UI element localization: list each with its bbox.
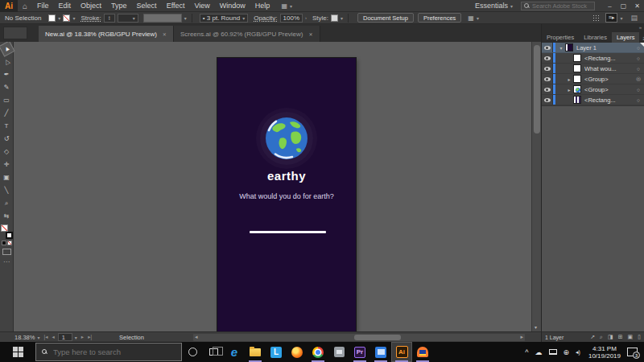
free-transform-tool[interactable]: ✛ <box>1 158 13 171</box>
volume-icon[interactable]: ◂) <box>572 349 584 356</box>
document-tab-screens[interactable]: Screens.ai @ 60.92% (RGB/GPU Preview) ✕ <box>174 26 320 42</box>
visibility-toggle[interactable] <box>542 64 553 73</box>
layer-name[interactable]: <Group> <box>584 76 633 83</box>
curvature-tool[interactable]: ✎ <box>1 81 13 93</box>
layer-row-layer1[interactable]: ▾ Layer 1 ○ <box>542 43 644 53</box>
canvas-pasteboard[interactable]: earthy What would you do for earth? <box>14 42 531 331</box>
restore-button[interactable]: ▢ <box>617 0 630 12</box>
vertical-scrollbar-thumb[interactable] <box>534 45 540 134</box>
touch-workspace-icon[interactable] <box>592 14 599 21</box>
layer-thumbnail[interactable] <box>573 54 581 62</box>
menu-help[interactable]: Help <box>250 2 275 10</box>
rectangle-tool[interactable]: ▭ <box>1 94 13 106</box>
artboard-tool[interactable]: ▣ <box>1 171 13 183</box>
layer-thumbnail[interactable] <box>573 64 581 72</box>
horizontal-scrollbar-thumb[interactable] <box>354 335 401 340</box>
layer-thumbnail[interactable] <box>573 85 581 93</box>
document-tab-new[interactable]: New.ai @ 18.38% (RGB/GPU Preview) ✕ <box>39 26 174 42</box>
chevron-down-icon[interactable]: ▾ <box>75 335 77 340</box>
stock-search-input[interactable] <box>532 2 592 10</box>
menu-object[interactable]: Object <box>76 2 106 10</box>
shape-builder-tool[interactable]: ◇ <box>1 146 13 158</box>
layer-thumbnail[interactable] <box>573 96 581 104</box>
panel-menu-icon[interactable]: ≡ <box>639 35 644 43</box>
menu-file[interactable]: File <box>32 2 54 10</box>
expand-toggle-icon[interactable]: ▸ <box>565 76 573 82</box>
pen-tool[interactable]: ✒ <box>1 68 13 80</box>
layer-name[interactable]: <Rectang... <box>584 97 633 104</box>
list-view-icon[interactable]: ▤ <box>630 14 638 22</box>
visibility-toggle[interactable] <box>542 95 553 105</box>
target-circle-icon[interactable]: ○ <box>633 87 644 93</box>
adobe-stock-search[interactable] <box>521 2 595 10</box>
previous-artboard-button[interactable]: ◂ <box>52 334 54 340</box>
last-artboard-button[interactable]: ▸| <box>88 334 92 340</box>
pencil-tool[interactable]: ╲ <box>1 184 13 196</box>
taskbar-l-app[interactable]: L <box>266 342 287 362</box>
vertical-scrollbar[interactable]: ▾ <box>531 42 541 331</box>
close-tab-icon[interactable]: ✕ <box>309 31 313 37</box>
taskbar-media-app[interactable] <box>412 342 433 362</box>
rotate-tool[interactable]: ↺ <box>1 133 13 145</box>
layer-thumbnail[interactable] <box>573 75 581 83</box>
first-artboard-button[interactable]: |◂ <box>43 334 47 340</box>
target-circle-icon[interactable]: ○ <box>633 97 644 103</box>
taskbar-edge[interactable]: e <box>224 342 245 362</box>
target-circle-icon[interactable]: ○ <box>633 66 644 72</box>
start-button[interactable] <box>0 342 35 362</box>
style-swatch[interactable] <box>331 14 338 22</box>
taskbar-premiere[interactable]: Pr <box>349 342 370 362</box>
taskbar-illustrator[interactable]: Ai <box>391 342 412 362</box>
opacity-label[interactable]: Opacity: <box>254 14 277 22</box>
layer-name[interactable]: What wou... <box>584 65 633 72</box>
stroke-swatch[interactable] <box>63 14 70 22</box>
chevron-down-icon[interactable]: ▾ <box>58 15 60 21</box>
new-layer-icon[interactable]: ▣ <box>628 334 634 340</box>
chevron-down-icon[interactable]: ▾ <box>72 15 75 21</box>
visibility-toggle[interactable] <box>542 43 553 52</box>
visibility-toggle[interactable] <box>542 53 553 63</box>
expand-toggle-icon[interactable]: ▾ <box>557 45 565 51</box>
arrange-documents-icon[interactable]: ▦▾ <box>281 2 292 10</box>
layer-name[interactable]: Layer 1 <box>576 44 633 51</box>
workspace-selector[interactable]: Essentials▾ <box>475 2 513 10</box>
menu-effect[interactable]: Effect <box>162 2 190 10</box>
windows-search-box[interactable] <box>35 343 182 361</box>
brush-definition-dropdown[interactable]: • 3 pt. Round ▾ <box>200 14 248 23</box>
close-button[interactable]: ✕ <box>630 0 644 12</box>
locate-object-icon[interactable]: ⌕ <box>600 334 603 340</box>
layer-row-group2[interactable]: ▸ <Group> ○ <box>542 84 644 95</box>
tray-expand-icon[interactable]: ^ <box>522 348 531 356</box>
type-tool[interactable]: T <box>1 120 13 132</box>
target-circle-icon[interactable]: ○ <box>633 56 644 61</box>
target-circle-icon[interactable]: ◎ <box>633 76 644 82</box>
menu-view[interactable]: View <box>189 2 214 10</box>
arrange-panel-button[interactable]: ≡▸ <box>605 13 618 23</box>
chevron-down-icon[interactable]: ▾ <box>620 15 622 21</box>
scroll-right-icon[interactable]: ▸ <box>520 334 523 340</box>
stroke-weight-stepper[interactable]: ▴▾ <box>104 14 115 23</box>
windows-search-input[interactable] <box>53 348 175 356</box>
swap-colors-icon[interactable]: ⇆ <box>1 210 13 222</box>
onedrive-cloud-icon[interactable]: ☁ <box>532 348 546 356</box>
menu-select[interactable]: Select <box>132 2 162 10</box>
layer-thumbnail[interactable] <box>565 43 573 51</box>
visibility-toggle[interactable] <box>542 84 553 94</box>
scroll-left-icon[interactable]: ◂ <box>195 334 198 340</box>
layer-row-group1[interactable]: ▸ <Group> ◎ <box>542 74 644 84</box>
tab-properties[interactable]: Properties <box>542 32 579 43</box>
stroke-label[interactable]: Stroke: <box>80 14 101 22</box>
new-sublayer-icon[interactable]: ⊞ <box>618 334 623 340</box>
document-setup-button[interactable]: Document Setup <box>357 13 414 23</box>
earth-globe-icon[interactable] <box>265 117 308 160</box>
layer-name[interactable]: <Rectang... <box>584 55 633 62</box>
layer-row-rectangle2[interactable]: <Rectang... ○ <box>542 95 644 105</box>
tab-layers[interactable]: Layers <box>612 32 640 43</box>
preferences-button[interactable]: Preferences <box>418 13 461 23</box>
cortana-button[interactable] <box>182 342 203 362</box>
tab-libraries[interactable]: Libraries <box>579 32 612 43</box>
close-tab-icon[interactable]: ✕ <box>163 31 167 37</box>
network-icon[interactable]: ⊕ <box>560 348 573 356</box>
direct-selection-tool[interactable]: △ <box>0 53 14 69</box>
zoom-level-dropdown[interactable]: 18.38% ▾ <box>14 334 39 341</box>
